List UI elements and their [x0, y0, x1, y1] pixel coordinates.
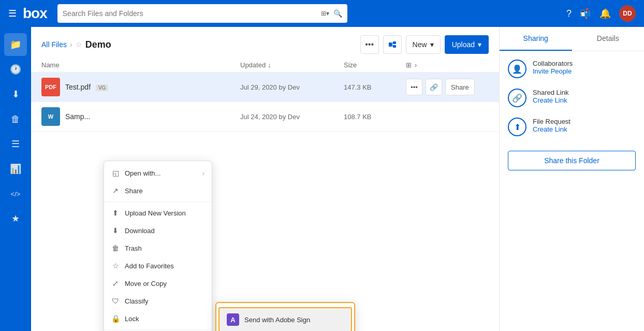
avatar[interactable]: DD [619, 5, 636, 22]
move-icon: ⤢ [111, 279, 120, 287]
submenu-arrow-icon: › [202, 169, 204, 177]
collaborators-text: Collaborators Invite People [533, 60, 573, 75]
box-logo: box [23, 5, 47, 22]
menu-icon[interactable]: ☰ [8, 8, 17, 19]
file-icon-docx: W [41, 107, 60, 126]
upload-button[interactable]: Upload ▾ [445, 35, 489, 54]
sidebar-item-files[interactable]: 📁 [4, 33, 27, 56]
sidebar-item-recents[interactable]: 🕐 [4, 58, 27, 81]
file-updated: Jul 24, 2020 by Dev [240, 113, 344, 121]
file-share-button[interactable]: Share [445, 79, 475, 95]
svg-line-3 [392, 43, 393, 45]
sidebar: 📁 🕐 ⬇ 🗑 ☰ 📊 </> ★ [0, 27, 31, 331]
submenu-item-adobe-sign[interactable]: A Send with Adobe Sign [218, 307, 352, 331]
sidebar-item-favorites[interactable]: ★ [4, 207, 27, 230]
file-list: PDF Test.pdf VG Jul 29, 2020 by Dev 147.… [31, 73, 499, 331]
col-updated-header[interactable]: Updated ↓ [240, 61, 344, 69]
breadcrumb-separator: › [70, 40, 72, 49]
file-request-icon: ⬆ [508, 118, 526, 136]
breadcrumb-all-files[interactable]: All Files [41, 40, 67, 49]
sort-icon: ↓ [268, 61, 271, 69]
panel-section-collaborators: 👤 Collaborators Invite People [508, 60, 636, 78]
relay-button[interactable] [383, 35, 402, 54]
menu-item-lock[interactable]: 🔒 Lock [104, 310, 212, 327]
svg-rect-1 [393, 41, 396, 44]
menu-item-classify[interactable]: 🛡 Classify [104, 292, 212, 310]
file-more-button[interactable]: ••• [406, 79, 422, 95]
file-link-button[interactable]: 🔗 [426, 79, 442, 95]
share-folder-button[interactable]: Share this Folder [508, 151, 636, 170]
col-actions-header: ⊞ › [406, 61, 489, 69]
menu-item-download[interactable]: ⬇ Download [104, 222, 212, 239]
col-name-header: Name [41, 61, 240, 69]
new-button-arrow: ▾ [430, 40, 434, 49]
top-navigation: ☰ box ⊞▾ 🔍 ? 📬 🔔 DD [0, 0, 644, 27]
svg-rect-2 [393, 45, 396, 48]
topnav-right: ? 📬 🔔 DD [566, 5, 636, 22]
menu-label-download: Download [125, 227, 155, 235]
context-menu: ◱ Open with... › ↗ Share ⬆ Upload New Ve… [104, 161, 212, 331]
menu-label-classify: Classify [125, 297, 149, 305]
search-options-icon[interactable]: ⊞▾ [321, 10, 329, 17]
file-size: 108.7 KB [344, 113, 406, 121]
menu-item-upload-new-version[interactable]: ⬆ Upload New Version [104, 204, 212, 222]
search-input[interactable] [63, 9, 317, 18]
invite-people-link[interactable]: Invite People [533, 67, 573, 75]
menu-label-favorites: Add to Favorites [125, 262, 174, 270]
upload-button-arrow: ▾ [478, 40, 481, 49]
file-row[interactable]: W Samp... Jul 24, 2020 by Dev 108.7 KB [31, 102, 499, 132]
file-name: Test.pdf VG [65, 83, 240, 91]
menu-item-trash[interactable]: 🗑 Trash [104, 239, 212, 257]
menu-label-open-with: Open with... [125, 169, 160, 177]
file-row[interactable]: PDF Test.pdf VG Jul 29, 2020 by Dev 147.… [31, 73, 499, 102]
panel-content: 👤 Collaborators Invite People 🔗 Shared L… [500, 51, 644, 179]
upload-button-label: Upload [452, 40, 475, 49]
breadcrumb-current: Demo [85, 39, 111, 50]
favorites-icon: ☆ [111, 262, 120, 270]
sidebar-item-dev[interactable]: </> [4, 182, 27, 205]
sidebar-item-downloads[interactable]: ⬇ [4, 83, 27, 106]
open-with-icon: ◱ [111, 169, 120, 177]
menu-label-move: Move or Copy [125, 280, 167, 287]
svg-line-4 [392, 45, 393, 47]
menu-label-share: Share [125, 187, 143, 195]
search-icon[interactable]: 🔍 [333, 9, 342, 18]
file-icon-pdf: PDF [41, 78, 60, 96]
menu-item-add-favorites[interactable]: ☆ Add to Favorites [104, 257, 212, 275]
new-button[interactable]: New ▾ [406, 35, 441, 54]
view-toggle-icon[interactable]: › [415, 61, 417, 69]
sidebar-item-trash[interactable]: 🗑 [4, 108, 27, 131]
notifications-icon[interactable]: 📬 [580, 8, 591, 19]
collaborators-icon: 👤 [508, 60, 526, 78]
breadcrumb-star-icon[interactable]: ☆ [76, 40, 82, 49]
create-file-request-link[interactable]: Create Link [533, 125, 570, 133]
new-button-label: New [413, 40, 427, 49]
menu-label-upload: Upload New Version [125, 209, 186, 217]
more-options-button[interactable]: ••• [360, 35, 379, 54]
sidebar-item-analytics[interactable]: 📊 [4, 157, 27, 180]
submenu-label-adobe-sign: Send with Adobe Sign [244, 316, 310, 324]
column-headers: Name Updated ↓ Size ⊞ › [31, 58, 499, 73]
lock-icon: 🔒 [111, 314, 120, 323]
file-area: All Files › ☆ Demo ••• New ▾ Upload ▾ [31, 27, 499, 331]
file-updated: Jul 29, 2020 by Dev [240, 83, 344, 91]
help-icon[interactable]: ? [566, 8, 572, 19]
file-name: Samp... [65, 112, 240, 121]
menu-label-lock: Lock [125, 315, 139, 323]
menu-item-share[interactable]: ↗ Share [104, 182, 212, 199]
search-bar: ⊞▾ 🔍 [57, 4, 347, 23]
menu-item-open-with[interactable]: ◱ Open with... › [104, 164, 212, 182]
view-grid-icon[interactable]: ⊞ [406, 61, 412, 69]
col-size-header: Size [344, 61, 406, 69]
shared-link-icon: 🔗 [508, 89, 526, 107]
classify-icon: 🛡 [111, 297, 120, 305]
file-actions: ••• 🔗 Share [406, 79, 489, 95]
collaborators-title: Collaborators [533, 60, 573, 67]
tab-sharing[interactable]: Sharing [500, 27, 572, 51]
create-shared-link[interactable]: Create Link [533, 96, 568, 104]
toolbar: All Files › ☆ Demo ••• New ▾ Upload ▾ [31, 27, 499, 58]
tab-details[interactable]: Details [572, 27, 645, 51]
menu-item-move-copy[interactable]: ⤢ Move or Copy [104, 275, 212, 292]
bell-icon[interactable]: 🔔 [599, 8, 611, 19]
sidebar-item-tasks[interactable]: ☰ [4, 133, 27, 155]
